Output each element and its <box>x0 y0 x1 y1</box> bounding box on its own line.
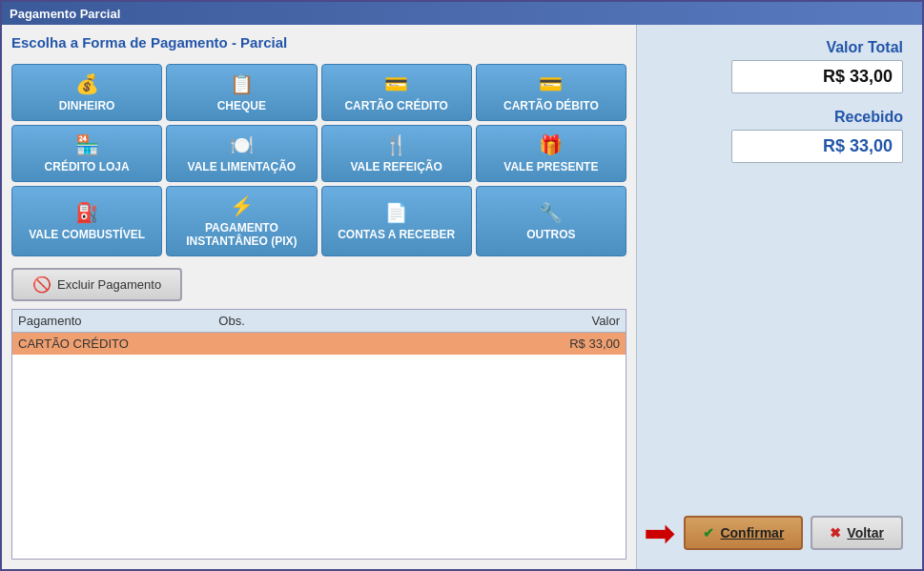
cartao-debito-label: CARTÃO DÉBITO <box>503 99 599 112</box>
btn-dinheiro[interactable]: 💰 DINHEIRO <box>11 64 162 121</box>
btn-vale-refeicao[interactable]: 🍴 VALE REFEIÇÃO <box>321 125 472 182</box>
btn-vale-alimentacao[interactable]: 🍽️ VALE LIMENTAÇÃO <box>166 125 317 182</box>
left-panel: Escolha a Forma de Pagamento - Parcial 💰… <box>2 25 636 569</box>
vale-alimentacao-icon: 🍽️ <box>230 133 254 156</box>
delete-payment-button[interactable]: 🚫 Excluir Pagamento <box>11 268 182 301</box>
btn-contas-receber[interactable]: 📄 CONTAS A RECEBER <box>321 186 472 256</box>
main-window: Pagamento Parcial Escolha a Forma de Pag… <box>0 0 924 571</box>
row-pagamento: CARTÃO CRÉDITO <box>18 336 218 351</box>
delete-label: Excluir Pagamento <box>57 277 161 292</box>
valor-total-label: Valor Total <box>826 39 903 56</box>
btn-cartao-debito[interactable]: 💳 CARTÃO DÉBITO <box>476 64 626 121</box>
vale-combustivel-icon: ⛽ <box>75 201 99 224</box>
vale-alimentacao-label: VALE LIMENTAÇÃO <box>188 160 297 173</box>
payment-grid: 💰 DINHEIRO 📋 CHEQUE 💳 CARTÃO CRÉDITO 💳 C… <box>11 64 626 256</box>
cartao-credito-label: CARTÃO CRÉDITO <box>344 99 447 112</box>
voltar-label: Voltar <box>847 525 884 540</box>
row-valor: R$ 33,00 <box>420 336 620 351</box>
table-row[interactable]: CARTÃO CRÉDITO R$ 33,00 <box>12 333 626 355</box>
vale-refeicao-label: VALE REFEIÇÃO <box>350 160 441 173</box>
cheque-icon: 📋 <box>230 72 254 95</box>
pix-label: PAGAMENTO INSTANTÂNEO (PIX) <box>171 221 312 248</box>
pix-icon: ⚡ <box>230 194 254 217</box>
payment-table: Pagamento Obs. Valor CARTÃO CRÉDITO R$ 3… <box>11 309 626 560</box>
vale-presente-icon: 🎁 <box>539 133 563 156</box>
btn-vale-combustivel[interactable]: ⛽ VALE COMBUSTÍVEL <box>11 186 162 256</box>
btn-outros[interactable]: 🔧 OUTROS <box>476 186 626 256</box>
btn-cartao-credito[interactable]: 💳 CARTÃO CRÉDITO <box>321 64 472 121</box>
btn-pix[interactable]: ⚡ PAGAMENTO INSTANTÂNEO (PIX) <box>166 186 317 256</box>
recebido-box: R$ 33,00 <box>731 130 903 163</box>
section-title: Escolha a Forma de Pagamento - Parcial <box>11 34 626 51</box>
col-valor: Valor <box>420 314 620 328</box>
btn-credito-loja[interactable]: 🏪 CRÉDITO LOJA <box>11 125 162 182</box>
col-pagamento: Pagamento <box>18 314 218 328</box>
window-body: Escolha a Forma de Pagamento - Parcial 💰… <box>2 25 922 569</box>
dinheiro-icon: 💰 <box>75 72 99 95</box>
btn-cheque[interactable]: 📋 CHEQUE <box>166 64 317 121</box>
col-obs: Obs. <box>218 314 419 328</box>
arrow-indicator: ➡ <box>644 511 676 555</box>
outros-icon: 🔧 <box>539 201 563 224</box>
vale-presente-label: VALE PRESENTE <box>503 160 598 173</box>
title-bar: Pagamento Parcial <box>2 2 922 25</box>
cartao-credito-icon: 💳 <box>384 72 408 95</box>
table-body: CARTÃO CRÉDITO R$ 33,00 <box>12 333 626 559</box>
row-obs <box>218 336 419 351</box>
recebido-label: Recebido <box>834 109 903 126</box>
delete-btn-area: 🚫 Excluir Pagamento <box>11 268 626 301</box>
confirm-check-icon: ✔ <box>703 525 714 540</box>
confirm-button[interactable]: ✔ Confirmar <box>684 516 803 550</box>
btn-vale-presente[interactable]: 🎁 VALE PRESENTE <box>476 125 626 182</box>
dinheiro-label: DINHEIRO <box>59 99 115 112</box>
window-title: Pagamento Parcial <box>10 7 120 21</box>
table-header: Pagamento Obs. Valor <box>12 310 626 333</box>
contas-receber-icon: 📄 <box>384 201 408 224</box>
cartao-debito-icon: 💳 <box>539 72 563 95</box>
valor-total-box: R$ 33,00 <box>731 60 903 93</box>
confirm-label: Confirmar <box>720 525 784 540</box>
voltar-x-icon: ✖ <box>830 525 841 540</box>
delete-icon: 🚫 <box>32 275 51 294</box>
contas-receber-label: CONTAS A RECEBER <box>338 228 455 241</box>
voltar-button[interactable]: ✖ Voltar <box>811 516 903 550</box>
vale-combustivel-label: VALE COMBUSTÍVEL <box>29 228 145 241</box>
credito-loja-label: CRÉDITO LOJA <box>45 160 130 173</box>
outros-label: OUTROS <box>526 228 575 241</box>
right-panel: Valor Total R$ 33,00 Recebido R$ 33,00 ➡… <box>636 25 922 569</box>
credito-loja-icon: 🏪 <box>75 133 99 156</box>
cheque-label: CHEQUE <box>217 99 266 112</box>
vale-refeicao-icon: 🍴 <box>384 133 408 156</box>
